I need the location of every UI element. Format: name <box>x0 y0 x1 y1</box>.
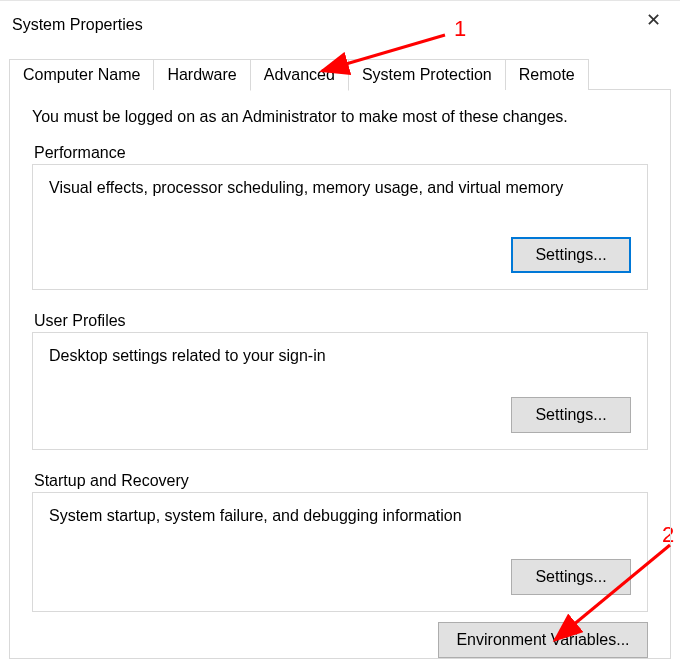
startup-recovery-label: Startup and Recovery <box>34 472 648 490</box>
tabstrip: Computer Name Hardware Advanced System P… <box>9 59 680 90</box>
tab-hardware[interactable]: Hardware <box>153 59 250 90</box>
close-icon[interactable]: ✕ <box>630 5 676 35</box>
performance-group: Performance Visual effects, processor sc… <box>32 144 648 290</box>
environment-variables-button[interactable]: Environment Variables... <box>438 622 648 658</box>
titlebar: System Properties ✕ <box>0 1 680 49</box>
tab-system-protection[interactable]: System Protection <box>348 59 506 90</box>
advanced-tab-panel: You must be logged on as an Administrato… <box>9 89 671 659</box>
tab-computer-name[interactable]: Computer Name <box>9 59 154 90</box>
performance-settings-button[interactable]: Settings... <box>511 237 631 273</box>
user-profiles-settings-button[interactable]: Settings... <box>511 397 631 433</box>
tab-remote[interactable]: Remote <box>505 59 589 90</box>
startup-recovery-group: Startup and Recovery System startup, sys… <box>32 472 648 612</box>
system-properties-window: System Properties ✕ Computer Name Hardwa… <box>0 0 680 667</box>
user-profiles-group: User Profiles Desktop settings related t… <box>32 312 648 450</box>
annotation-number-1: 1 <box>454 16 466 42</box>
performance-desc: Visual effects, processor scheduling, me… <box>49 179 631 197</box>
tab-advanced[interactable]: Advanced <box>250 59 349 91</box>
admin-notice: You must be logged on as an Administrato… <box>32 108 648 126</box>
performance-label: Performance <box>34 144 648 162</box>
window-title: System Properties <box>12 16 668 34</box>
startup-recovery-settings-button[interactable]: Settings... <box>511 559 631 595</box>
user-profiles-desc: Desktop settings related to your sign-in <box>49 347 631 365</box>
user-profiles-label: User Profiles <box>34 312 648 330</box>
startup-recovery-desc: System startup, system failure, and debu… <box>49 507 631 525</box>
